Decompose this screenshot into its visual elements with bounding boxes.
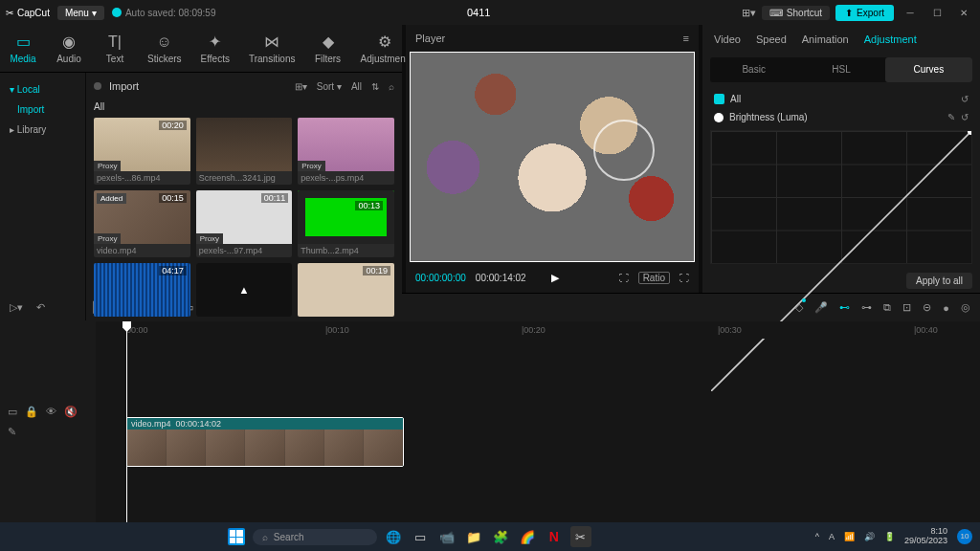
timecode-total: 00:00:14:02 <box>476 273 526 283</box>
tab-speed[interactable]: Speed <box>756 33 787 45</box>
tray-wifi-icon[interactable]: 📶 <box>844 532 855 541</box>
marker-tool[interactable]: ◇ <box>795 301 803 314</box>
shortcut-button[interactable]: ⌨Shortcut <box>762 6 830 20</box>
taskbar-capcut[interactable]: ✂ <box>570 526 591 547</box>
sidebar-import[interactable]: Import <box>0 100 85 119</box>
media-thumb[interactable]: 00:13Thumb...2.mp4 <box>298 190 394 257</box>
radio-icon[interactable] <box>714 113 724 122</box>
effects-icon: ✦ <box>209 33 221 51</box>
media-thumb[interactable]: ▲ <box>196 263 293 317</box>
tray-battery-icon[interactable]: 🔋 <box>884 532 895 541</box>
subtab-curves[interactable]: Curves <box>885 57 972 82</box>
pointer-tool[interactable]: ▷▾ <box>10 301 23 314</box>
taskbar-explorer[interactable]: 📁 <box>463 526 484 547</box>
minimize-button[interactable]: ─ <box>900 8 921 18</box>
media-icon: ▭ <box>16 33 31 51</box>
filters-icon: ◆ <box>323 33 334 51</box>
focus-circle-icon <box>593 120 655 181</box>
brightness-label: Brightness (Luma) <box>729 112 808 122</box>
filter-all[interactable]: All <box>351 81 362 92</box>
tray-lang[interactable]: A <box>829 532 835 541</box>
tab-audio[interactable]: ◉Audio <box>46 25 92 72</box>
reset-icon[interactable]: ↺ <box>961 94 969 104</box>
upload-icon: ⬆ <box>845 8 853 18</box>
subtab-hsl[interactable]: HSL <box>797 57 884 82</box>
media-thumb[interactable]: Screensh...3241.jpg <box>196 118 293 185</box>
tray-volume-icon[interactable]: 🔊 <box>864 532 875 541</box>
taskbar-app[interactable]: ▭ <box>410 526 431 547</box>
menu-button[interactable]: Menu▾ <box>57 6 104 20</box>
fullscreen-icon[interactable]: ⛶ <box>679 273 689 283</box>
taskbar-chrome[interactable]: 🌈 <box>517 526 538 547</box>
eye-icon[interactable]: 👁 <box>46 406 56 418</box>
crop-icon[interactable]: ⛶ <box>619 273 629 283</box>
taskbar-search[interactable]: ⌕Search <box>253 529 377 545</box>
tab-filters[interactable]: ◆Filters <box>305 25 351 72</box>
tray-notifications[interactable]: 10 <box>957 529 972 544</box>
tab-effects[interactable]: ✦Effects <box>191 25 239 72</box>
media-thumb[interactable]: 00:20Proxypexels-...86.mp4 <box>94 118 190 185</box>
tab-transitions[interactable]: ⋈Transitions <box>239 25 305 72</box>
timeline-ruler[interactable]: 00:00 |00:10 |00:20 |00:30 |00:40 <box>96 321 980 339</box>
taskbar-app[interactable]: 🌐 <box>383 526 404 547</box>
player-controls: 00:00:00:00 00:00:14:02 ▶ ⛶ Ratio ⛶ <box>406 262 699 293</box>
tab-video[interactable]: Video <box>714 33 741 45</box>
playhead[interactable] <box>126 321 127 522</box>
tab-text[interactable]: T|Text <box>92 25 138 72</box>
media-thumb[interactable]: Added00:15Proxyvideo.mp4 <box>94 190 190 257</box>
filter-icon[interactable]: ⇅ <box>371 81 379 92</box>
edit-icon[interactable]: ✎ <box>8 426 16 438</box>
layout-icon[interactable]: ⊞▾ <box>742 7 756 19</box>
project-title: 0411 <box>223 7 733 18</box>
media-thumb[interactable]: 00:11Proxypexels-...97.mp4 <box>196 190 293 257</box>
ratio-button[interactable]: Ratio <box>638 272 670 284</box>
logo-icon: ✂ <box>6 8 13 18</box>
play-button[interactable]: ▶ <box>551 272 559 284</box>
windows-taskbar: ⌕Search 🌐 ▭ 📹 📁 🧩 🌈 N ✂ ^ A 📶 🔊 🔋 8:1029… <box>0 522 980 551</box>
text-icon: T| <box>108 33 122 51</box>
mute-icon[interactable]: 🔇 <box>64 406 78 418</box>
player-viewport[interactable] <box>410 52 695 262</box>
media-thumb[interactable]: Proxypexels-...ps.mp4 <box>298 118 394 185</box>
checkbox-icon[interactable] <box>714 94 724 104</box>
tab-stickers[interactable]: ☺Stickers <box>138 25 191 72</box>
taskbar-app[interactable]: 🧩 <box>490 526 511 547</box>
taskbar-netflix[interactable]: N <box>544 526 565 547</box>
cover-icon[interactable]: ▭ <box>8 406 17 418</box>
sidebar-local[interactable]: ▾ Local <box>0 78 85 100</box>
timeline-clip[interactable]: video.mp4 00:00:14:02 <box>126 417 404 467</box>
grid-view-icon[interactable]: ⊞▾ <box>295 81 307 92</box>
export-button[interactable]: ⬆Export <box>835 5 894 21</box>
tray-clock[interactable]: 8:1029/05/2023 <box>904 527 947 546</box>
timecode-current: 00:00:00:00 <box>415 273 466 283</box>
sort-button[interactable]: Sort ▾ <box>317 81 342 92</box>
start-button[interactable] <box>226 526 247 547</box>
lock-icon[interactable]: 🔒 <box>25 406 38 418</box>
taskbar-app[interactable]: 📹 <box>436 526 457 547</box>
tab-animation[interactable]: Animation <box>802 33 849 45</box>
timeline-tracks[interactable]: 00:00 |00:10 |00:20 |00:30 |00:40 video.… <box>96 321 980 522</box>
media-thumb[interactable]: 04:17 <box>94 263 190 317</box>
import-button[interactable]: Import <box>109 80 139 92</box>
close-button[interactable]: ✕ <box>953 8 974 18</box>
tray-chevron-icon[interactable]: ^ <box>815 532 819 541</box>
search-icon[interactable]: ⌕ <box>389 81 394 92</box>
undo-button[interactable]: ↶ <box>36 301 45 314</box>
eyedropper-icon[interactable]: ✎ <box>947 112 955 122</box>
player-label: Player <box>415 33 445 44</box>
subtab-basic[interactable]: Basic <box>710 57 797 82</box>
media-thumb[interactable]: 00:19 <box>298 263 394 317</box>
apply-all-button[interactable]: Apply to all <box>906 273 972 289</box>
keyboard-icon: ⌨ <box>769 8 783 18</box>
brightness-row[interactable]: Brightness (Luma) ✎ ↺ <box>714 112 969 122</box>
player-menu-icon[interactable]: ≡ <box>683 33 689 44</box>
tab-adjustment-panel[interactable]: Adjustment <box>864 33 917 45</box>
all-channel-row[interactable]: All ↺ <box>714 94 969 104</box>
search-icon: ⌕ <box>262 532 268 542</box>
reset-icon[interactable]: ↺ <box>961 112 969 122</box>
tab-media[interactable]: ▭Media <box>0 25 46 72</box>
curves-editor[interactable] <box>710 130 972 264</box>
sidebar-library[interactable]: ▸ Library <box>0 119 85 141</box>
maximize-button[interactable]: ☐ <box>926 8 947 18</box>
media-sidebar: ▾ Local Import ▸ Library <box>0 73 86 320</box>
